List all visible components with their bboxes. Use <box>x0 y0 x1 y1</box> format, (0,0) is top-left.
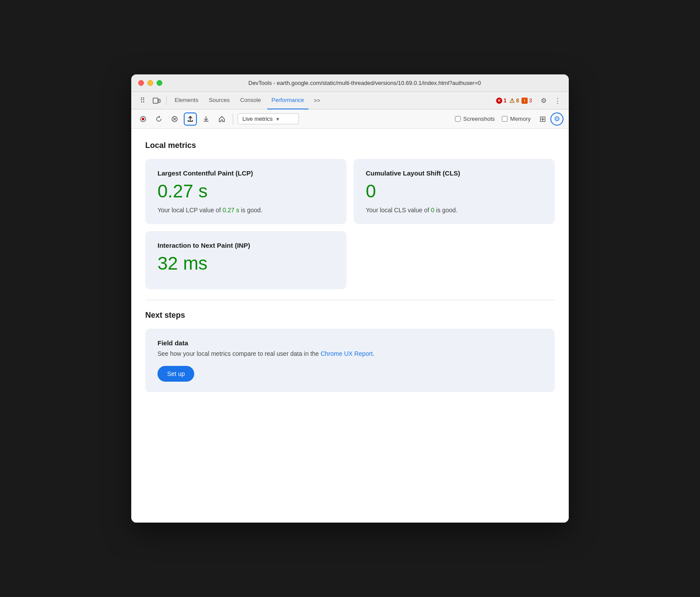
field-data-desc-suffix: . <box>373 350 374 357</box>
svg-point-3 <box>142 118 144 120</box>
screenshots-checkbox[interactable] <box>455 116 461 122</box>
cls-card: Cumulative Layout Shift (CLS) 0 Your loc… <box>354 159 555 224</box>
record-button[interactable] <box>136 112 150 126</box>
live-metrics-label: Live metrics <box>242 116 273 122</box>
clear-button[interactable] <box>168 112 181 126</box>
minimize-button[interactable] <box>147 80 153 86</box>
field-data-title: Field data <box>158 339 542 347</box>
cls-desc-value: 0 <box>431 207 434 214</box>
next-steps-title: Next steps <box>145 311 555 320</box>
cls-title: Cumulative Layout Shift (CLS) <box>366 169 542 177</box>
warning-badge: ⚠ 8 <box>509 97 519 104</box>
memory-extra-icon: ⊞ <box>539 114 546 124</box>
error-badges: ✕ 1 ⚠ 8 ! 3 <box>496 97 532 104</box>
field-data-card: Field data See how your local metrics co… <box>145 329 555 392</box>
device-toggle-icon[interactable] <box>150 95 163 107</box>
inp-card: Interaction to Next Paint (INP) 32 ms <box>145 231 346 289</box>
metrics-grid: Largest Contentful Paint (LCP) 0.27 s Yo… <box>145 159 555 289</box>
dropdown-chevron-icon: ▼ <box>275 116 280 122</box>
perf-toolbar: Live metrics ▼ Screenshots Memory ⊞ ⚙ <box>131 109 569 129</box>
error-icon: ✕ <box>496 98 502 104</box>
tab-performance[interactable]: Performance <box>267 92 308 109</box>
cls-value: 0 <box>366 182 542 200</box>
lcp-card: Largest Contentful Paint (LCP) 0.27 s Yo… <box>145 159 346 224</box>
toolbar-icons: ⚙ ⋮ <box>537 95 564 107</box>
devtools-tabs-bar: ⠿ Elements Sources Console Performance >… <box>131 92 569 109</box>
checkbox-group: Screenshots Memory ⊞ <box>455 114 548 124</box>
inp-title: Interaction to Next Paint (INP) <box>158 242 334 249</box>
toolbar-divider <box>233 114 233 124</box>
traffic-lights <box>138 80 162 86</box>
section-divider <box>145 300 555 300</box>
setup-button[interactable]: Set up <box>158 366 194 382</box>
cls-description: Your local CLS value of 0 is good. <box>366 207 542 214</box>
memory-checkbox[interactable] <box>502 116 508 122</box>
lcp-title: Largest Contentful Paint (LCP) <box>158 169 334 177</box>
tab-elements[interactable]: Elements <box>170 92 203 109</box>
title-bar: DevTools - earth.google.com/static/multi… <box>131 74 569 92</box>
selector-tool-icon[interactable]: ⠿ <box>136 95 149 107</box>
lcp-description: Your local LCP value of 0.27 s is good. <box>158 207 334 214</box>
more-tabs-button[interactable]: >> <box>310 95 324 105</box>
home-button[interactable] <box>215 112 228 126</box>
more-options-icon[interactable]: ⋮ <box>551 95 564 107</box>
inp-value: 32 ms <box>158 254 334 273</box>
tab-divider-1 <box>166 96 167 105</box>
memory-label: Memory <box>510 116 531 122</box>
chrome-ux-report-link[interactable]: Chrome UX Report <box>321 350 373 357</box>
svg-rect-1 <box>158 99 160 102</box>
lcp-desc-value: 0.27 s <box>223 207 239 214</box>
field-data-description: See how your local metrics compare to re… <box>158 350 542 357</box>
settings-icon[interactable]: ⚙ <box>537 95 550 107</box>
screenshots-checkbox-label[interactable]: Screenshots <box>455 116 495 122</box>
memory-checkbox-label[interactable]: Memory <box>502 116 531 122</box>
download-button[interactable] <box>200 112 213 126</box>
live-metrics-dropdown[interactable]: Live metrics ▼ <box>238 113 299 124</box>
upload-button[interactable] <box>184 112 197 126</box>
local-metrics-title: Local metrics <box>145 141 555 150</box>
maximize-button[interactable] <box>157 80 162 86</box>
cls-desc-prefix: Your local CLS value of <box>366 207 431 214</box>
field-data-desc-prefix: See how your local metrics compare to re… <box>158 350 321 357</box>
screenshots-label: Screenshots <box>463 116 495 122</box>
cls-desc-suffix: is good. <box>434 207 458 214</box>
devtools-content: Local metrics Largest Contentful Paint (… <box>131 129 569 523</box>
tab-sources[interactable]: Sources <box>204 92 234 109</box>
reload-record-button[interactable] <box>152 112 165 126</box>
url-bar: DevTools - earth.google.com/static/multi… <box>168 80 562 86</box>
browser-window: DevTools - earth.google.com/static/multi… <box>131 74 569 523</box>
tab-console[interactable]: Console <box>236 92 266 109</box>
lcp-desc-prefix: Your local LCP value of <box>158 207 223 214</box>
info-badge: ! 3 <box>522 98 532 104</box>
lcp-value: 0.27 s <box>158 182 334 200</box>
lcp-desc-suffix: is good. <box>239 207 262 214</box>
perf-settings-button[interactable]: ⚙ <box>550 112 564 126</box>
close-button[interactable] <box>138 80 144 86</box>
svg-rect-0 <box>153 98 158 103</box>
error-badge: ✕ 1 <box>496 98 507 104</box>
info-icon: ! <box>522 98 528 104</box>
